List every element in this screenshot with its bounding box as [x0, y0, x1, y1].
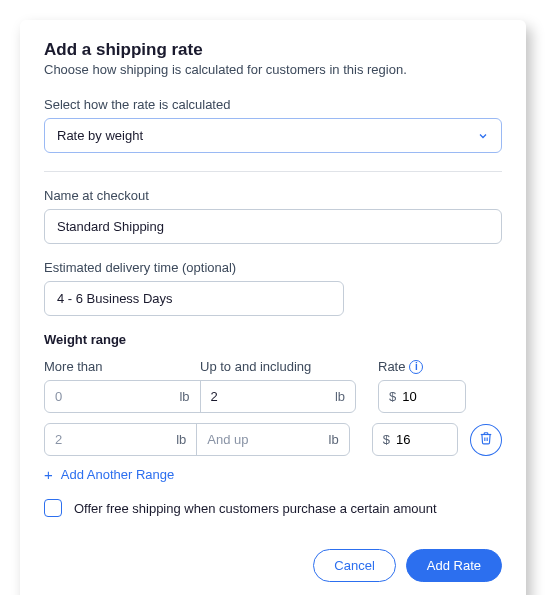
unit-label: lb — [329, 432, 339, 447]
trash-icon — [479, 431, 493, 448]
add-rate-button[interactable]: Add Rate — [406, 549, 502, 582]
unit-label: lb — [335, 389, 345, 404]
currency-label: $ — [383, 432, 390, 447]
range-to-input[interactable] — [211, 389, 335, 404]
range-to-input[interactable] — [207, 432, 328, 447]
col-up-to: Up to and including — [200, 359, 356, 374]
rate-method-field: Select how the rate is calculated Rate b… — [44, 97, 502, 172]
weight-range-row: lb lb $ — [44, 423, 502, 456]
add-range-label: Add Another Range — [61, 467, 174, 482]
divider — [44, 171, 502, 172]
rate-input-wrapper: $ — [372, 423, 459, 456]
plus-icon: + — [44, 466, 53, 483]
rate-input[interactable] — [402, 389, 455, 404]
rate-method-value: Rate by weight — [57, 128, 143, 143]
currency-label: $ — [389, 389, 396, 404]
weight-range-pair: lb lb — [44, 380, 356, 413]
rate-input[interactable] — [396, 432, 447, 447]
modal-subtitle: Choose how shipping is calculated for cu… — [44, 62, 502, 77]
range-from-input — [55, 389, 179, 404]
weight-range-pair: lb lb — [44, 423, 350, 456]
delivery-time-input[interactable] — [44, 281, 344, 316]
free-shipping-checkbox[interactable] — [44, 499, 62, 517]
add-range-button[interactable]: + Add Another Range — [44, 466, 502, 483]
col-rate: Rate — [378, 359, 405, 374]
cancel-button[interactable]: Cancel — [313, 549, 395, 582]
modal-title: Add a shipping rate — [44, 40, 502, 60]
weight-range-heading: Weight range — [44, 332, 502, 347]
rate-method-select[interactable]: Rate by weight — [44, 118, 502, 153]
name-label: Name at checkout — [44, 188, 502, 203]
rate-method-label: Select how the rate is calculated — [44, 97, 502, 112]
modal-actions: Cancel Add Rate — [44, 549, 502, 582]
free-shipping-label: Offer free shipping when customers purch… — [74, 501, 437, 516]
rate-input-wrapper: $ — [378, 380, 466, 413]
range-from-input — [55, 432, 176, 447]
delivery-time-field: Estimated delivery time (optional) — [44, 260, 502, 316]
weight-range-row: lb lb $ — [44, 380, 502, 413]
unit-label: lb — [176, 432, 186, 447]
shipping-rate-modal: Add a shipping rate Choose how shipping … — [20, 20, 526, 595]
weight-range-columns: More than Up to and including Rate i — [44, 359, 502, 374]
name-input[interactable] — [44, 209, 502, 244]
free-shipping-row: Offer free shipping when customers purch… — [44, 499, 502, 517]
unit-label: lb — [179, 389, 189, 404]
chevron-down-icon — [477, 130, 489, 142]
info-icon[interactable]: i — [409, 360, 423, 374]
delete-range-button[interactable] — [470, 424, 502, 456]
delivery-time-label: Estimated delivery time (optional) — [44, 260, 502, 275]
col-more-than: More than — [44, 359, 200, 374]
name-field: Name at checkout — [44, 188, 502, 244]
